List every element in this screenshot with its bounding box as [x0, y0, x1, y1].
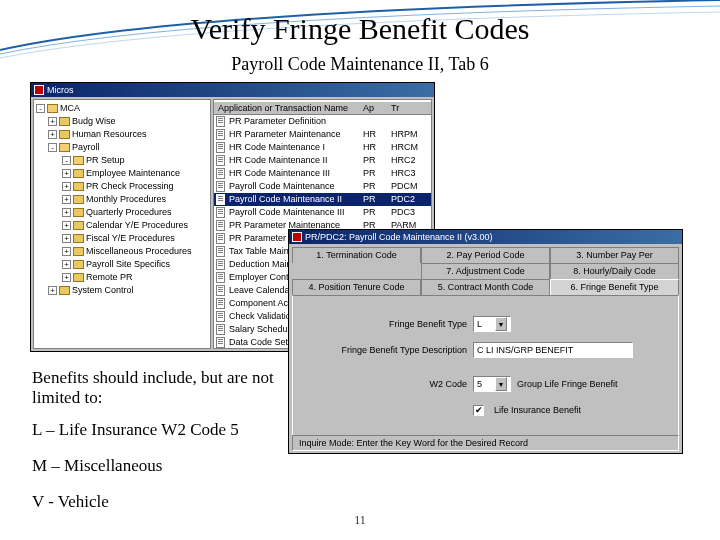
- app-name: Payroll Code Maintenance II: [227, 193, 361, 206]
- tree-item-label: Employee Maintenance: [86, 167, 180, 180]
- nav-tree[interactable]: -MCA+Budg Wise+Human Resources-Payroll-P…: [33, 99, 211, 349]
- collapse-icon[interactable]: -: [62, 156, 71, 165]
- expand-icon[interactable]: +: [48, 117, 57, 126]
- tree-item-label: PR Check Processing: [86, 180, 174, 193]
- folder-icon: [73, 156, 84, 165]
- document-icon: [216, 272, 225, 283]
- app-tr: HRCM: [391, 141, 431, 154]
- expand-icon[interactable]: +: [62, 247, 71, 256]
- tree-item[interactable]: +PR Check Processing: [34, 180, 210, 193]
- app-list-item[interactable]: HR Code Maintenance IIPRHRC2: [214, 154, 431, 167]
- col-name: Application or Transaction Name: [216, 102, 361, 115]
- tab-hourly-daily-code[interactable]: 8. Hourly/Daily Code: [550, 263, 679, 279]
- app-name: Payroll Code Maintenance: [227, 180, 361, 193]
- fringe-desc-input[interactable]: C LI INS/GRP BENEFIT: [473, 342, 633, 358]
- tabs-row-2: 4. Position Tenure Code 5. Contract Mont…: [289, 279, 682, 295]
- collapse-icon[interactable]: -: [48, 143, 57, 152]
- folder-icon: [73, 234, 84, 243]
- w2-code-desc: Group Life Fringe Benefit: [517, 379, 618, 389]
- tab-adjustment-code[interactable]: 7. Adjustment Code: [421, 263, 550, 279]
- tree-item[interactable]: +Monthly Procedures: [34, 193, 210, 206]
- chevron-down-icon[interactable]: ▼: [495, 317, 507, 331]
- app-list-item[interactable]: HR Parameter MaintenanceHRHRPM: [214, 128, 431, 141]
- app-tr: HRPM: [391, 128, 431, 141]
- tab-number-pay-per[interactable]: 3. Number Pay Per: [550, 247, 679, 263]
- app-ap: PR: [363, 167, 389, 180]
- tab-termination-code[interactable]: 1. Termination Code: [292, 247, 421, 263]
- tree-item-label: Budg Wise: [72, 115, 116, 128]
- app-list-item[interactable]: Payroll Code MaintenancePRPDCM: [214, 180, 431, 193]
- document-icon: [216, 181, 225, 192]
- expand-icon[interactable]: +: [62, 208, 71, 217]
- slide-subtitle: Payroll Code Maintenance II, Tab 6: [0, 54, 720, 75]
- tree-item[interactable]: +Quarterly Procedures: [34, 206, 210, 219]
- tree-item[interactable]: +Calendar Y/E Procedures: [34, 219, 210, 232]
- tab-contract-month[interactable]: 5. Contract Month Code: [421, 279, 550, 295]
- app-tr: PDC3: [391, 206, 431, 219]
- system-icon: [34, 85, 44, 95]
- expand-icon[interactable]: +: [62, 221, 71, 230]
- tab-position-tenure[interactable]: 4. Position Tenure Code: [292, 279, 421, 295]
- popup-window: PR/PDC2: Payroll Code Maintenance II (v3…: [288, 229, 683, 454]
- tabs-row-1b: 7. Adjustment Code 8. Hourly/Daily Code: [289, 263, 682, 279]
- app-name: Payroll Code Maintenance III: [227, 206, 361, 219]
- tree-item[interactable]: -PR Setup: [34, 154, 210, 167]
- app-list-item[interactable]: Payroll Code Maintenance IIIPRPDC3: [214, 206, 431, 219]
- w2-code-combo[interactable]: 5 ▼: [473, 376, 511, 392]
- app-tr: PDCM: [391, 180, 431, 193]
- life-insurance-checkbox[interactable]: ✔: [473, 405, 484, 416]
- folder-icon: [59, 286, 70, 295]
- tab-pay-period-code[interactable]: 2. Pay Period Code: [421, 247, 550, 263]
- tab-fringe-benefit-type[interactable]: 6. Fringe Benefit Type: [550, 279, 679, 295]
- expand-icon[interactable]: +: [62, 169, 71, 178]
- tree-item-label: Human Resources: [72, 128, 147, 141]
- tree-item[interactable]: +System Control: [34, 284, 210, 297]
- expand-icon[interactable]: +: [62, 182, 71, 191]
- tree-item[interactable]: -Payroll: [34, 141, 210, 154]
- body-line-v: V - Vehicle: [32, 492, 109, 512]
- document-icon: [216, 259, 225, 270]
- tree-item[interactable]: +Remote PR: [34, 271, 210, 284]
- expand-icon[interactable]: +: [62, 273, 71, 282]
- app-list-item[interactable]: HR Code Maintenance IHRHRCM: [214, 141, 431, 154]
- expand-icon[interactable]: +: [62, 260, 71, 269]
- folder-icon: [73, 221, 84, 230]
- document-icon: [216, 285, 225, 296]
- chevron-down-icon[interactable]: ▼: [495, 377, 507, 391]
- body-line-l: L – Life Insurance W2 Code 5: [32, 420, 239, 440]
- folder-icon: [59, 117, 70, 126]
- expand-icon[interactable]: +: [62, 195, 71, 204]
- main-titlebar[interactable]: Micros: [31, 83, 434, 97]
- popup-window-title: PR/PDC2: Payroll Code Maintenance II (v3…: [305, 230, 493, 244]
- document-icon: [216, 298, 225, 309]
- expand-icon[interactable]: +: [48, 286, 57, 295]
- tree-item-label: Remote PR: [86, 271, 133, 284]
- tree-item[interactable]: +Payroll Site Specifics: [34, 258, 210, 271]
- col-ap: Ap: [363, 102, 389, 115]
- tree-item[interactable]: -MCA: [34, 102, 210, 115]
- app-list-item[interactable]: HR Code Maintenance IIIPRHRC3: [214, 167, 431, 180]
- tree-item[interactable]: +Employee Maintenance: [34, 167, 210, 180]
- fringe-type-combo[interactable]: L ▼: [473, 316, 511, 332]
- tree-item[interactable]: +Human Resources: [34, 128, 210, 141]
- folder-icon: [73, 208, 84, 217]
- tree-item-label: Monthly Procedures: [86, 193, 166, 206]
- app-list-item[interactable]: PR Parameter Definition: [214, 115, 431, 128]
- folder-icon: [73, 195, 84, 204]
- tree-item[interactable]: +Budg Wise: [34, 115, 210, 128]
- fringe-type-value: L: [477, 317, 482, 331]
- expand-icon[interactable]: +: [62, 234, 71, 243]
- tree-item-label: System Control: [72, 284, 134, 297]
- app-name: HR Code Maintenance I: [227, 141, 361, 154]
- app-name: HR Code Maintenance III: [227, 167, 361, 180]
- app-list-item[interactable]: Payroll Code Maintenance IIPRPDC2: [214, 193, 431, 206]
- collapse-icon[interactable]: -: [36, 104, 45, 113]
- folder-icon: [47, 104, 58, 113]
- page-number: 11: [0, 513, 720, 528]
- tree-item[interactable]: +Fiscal Y/E Procedures: [34, 232, 210, 245]
- tabs-row-1: 1. Termination Code 2. Pay Period Code 3…: [289, 244, 682, 263]
- expand-icon[interactable]: +: [48, 130, 57, 139]
- popup-titlebar[interactable]: PR/PDC2: Payroll Code Maintenance II (v3…: [289, 230, 682, 244]
- fringe-type-label: Fringe Benefit Type: [317, 319, 467, 329]
- tree-item[interactable]: +Miscellaneous Procedures: [34, 245, 210, 258]
